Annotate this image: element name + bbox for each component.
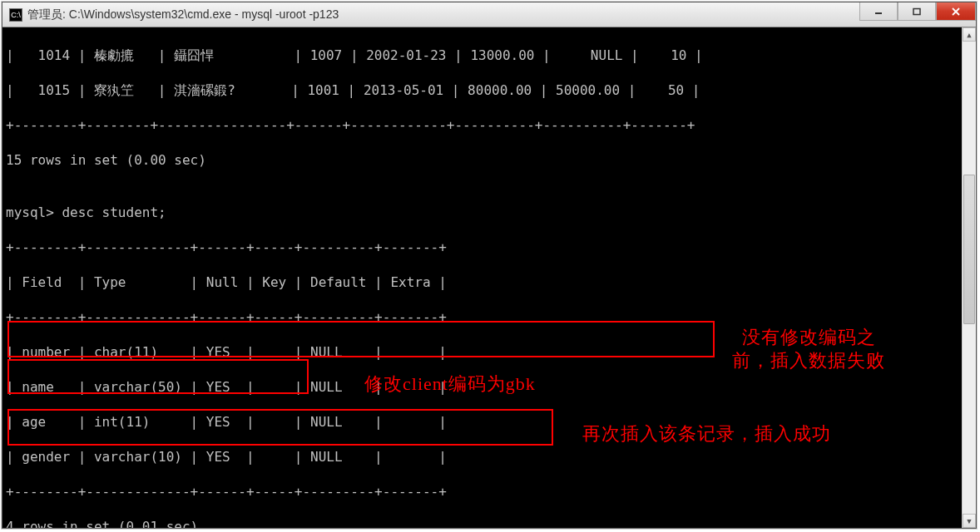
console-line: 15 rows in set (0.00 sec) xyxy=(6,151,973,169)
scroll-track[interactable] xyxy=(963,42,976,514)
console-line: 4 rows in set (0.01 sec) xyxy=(6,518,973,528)
console-line: mysql> desc student; xyxy=(6,204,973,221)
scroll-up-button[interactable]: ▲ xyxy=(963,27,976,42)
minimize-button[interactable] xyxy=(859,2,898,21)
annotation-2: 修改client编码为gbk xyxy=(364,372,536,396)
console-output[interactable]: | 1014 | 榛勮摝 | 鑷囧悍 | 1007 | 2002-01-23 |… xyxy=(2,27,976,528)
svg-rect-1 xyxy=(913,8,920,14)
cmd-icon: C:\ xyxy=(9,8,22,22)
console-line: +--------+-------------+------+-----+---… xyxy=(6,483,973,500)
annotation-3: 再次插入该条记录，插入成功 xyxy=(582,422,831,446)
console-line: | gender | varchar(10) | YES | | NULL | … xyxy=(6,448,973,466)
window-controls xyxy=(859,2,976,21)
close-button[interactable] xyxy=(936,2,976,21)
console-line: | Field | Type | Null | Key | Default | … xyxy=(6,273,973,291)
console-line: +--------+-------------+------+-----+---… xyxy=(6,308,973,326)
vertical-scrollbar[interactable]: ▲ ▼ xyxy=(962,27,976,528)
titlebar[interactable]: C:\ 管理员: C:\Windows\system32\cmd.exe - m… xyxy=(2,2,976,27)
console-line: | 1015 | 寮犱笁 | 淇濇磥鍛? | 1001 | 2013-05-01… xyxy=(6,81,973,99)
console-line: | 1014 | 榛勮摝 | 鑷囧悍 | 1007 | 2002-01-23 |… xyxy=(6,47,973,64)
window-title: 管理员: C:\Windows\system32\cmd.exe - mysql… xyxy=(27,7,339,22)
console-line: +--------+--------+----------------+----… xyxy=(6,116,973,134)
cmd-window: C:\ 管理员: C:\Windows\system32\cmd.exe - m… xyxy=(2,2,977,529)
maximize-button[interactable] xyxy=(898,2,936,21)
annotation-1: 没有修改编码之 前，插入数据失败 xyxy=(732,326,885,372)
scroll-down-button[interactable]: ▼ xyxy=(963,514,976,528)
scroll-thumb[interactable] xyxy=(963,175,975,324)
console-line: +--------+-------------+------+-----+---… xyxy=(6,239,973,256)
